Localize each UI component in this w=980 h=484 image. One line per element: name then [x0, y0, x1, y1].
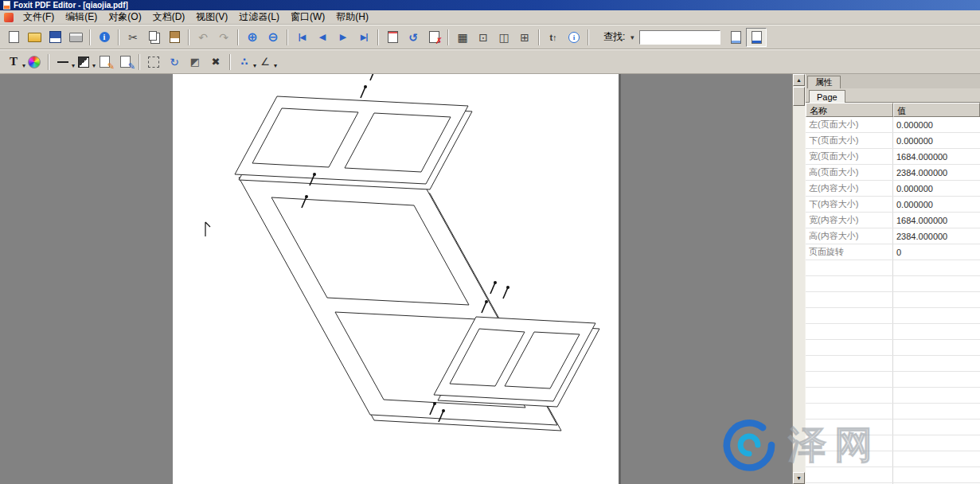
empty-row	[806, 388, 980, 404]
menu-item-file[interactable]: 文件(F)	[18, 10, 60, 25]
search-doc-icon	[728, 29, 744, 45]
next-page-button[interactable]	[333, 28, 353, 47]
tab-page[interactable]: Page	[809, 90, 845, 103]
first-page-button[interactable]	[291, 28, 312, 47]
property-row-0[interactable]: 左(页面大小)0.000000	[806, 117, 980, 133]
open-button[interactable]	[24, 28, 45, 47]
find-dropdown-button[interactable]	[627, 28, 638, 47]
property-row-3[interactable]: 高(页面大小)2384.000000	[806, 165, 980, 181]
fit-two-page-button[interactable]	[494, 28, 514, 47]
app-icon	[4, 13, 14, 22]
rotate-page-button[interactable]	[403, 28, 424, 47]
find-input[interactable]	[639, 30, 720, 45]
copy-button[interactable]	[143, 28, 164, 47]
tools-button[interactable]	[205, 53, 226, 72]
menu-item-edit[interactable]: 编辑(E)	[60, 10, 103, 25]
property-value[interactable]: 1684.000000	[893, 213, 980, 228]
prev-page-button[interactable]	[312, 28, 333, 47]
node-edit-button[interactable]	[234, 53, 255, 72]
panel-title-row: 属性	[806, 74, 980, 88]
property-value[interactable]: 0.000000	[893, 117, 980, 132]
menu-item-document[interactable]: 文档(D)	[147, 10, 191, 25]
fit-page-button[interactable]	[473, 28, 494, 47]
print-button[interactable]	[65, 28, 86, 47]
property-row-8[interactable]: 页面旋转0	[806, 244, 980, 260]
last-page-button[interactable]	[353, 28, 374, 47]
toolbar-separator	[538, 29, 540, 45]
hatch-icon	[455, 29, 470, 45]
edit-toolbar	[0, 49, 980, 74]
zoom-in-button[interactable]	[242, 28, 263, 47]
redo-icon	[216, 29, 232, 45]
property-row-4[interactable]: 左(内容大小)0.000000	[806, 181, 980, 197]
info-circle-icon	[566, 29, 582, 45]
search-doc-button[interactable]	[725, 28, 746, 47]
property-value[interactable]: 1684.000000	[893, 149, 980, 164]
edit-object-button[interactable]	[94, 53, 115, 72]
empty-value-cell	[893, 324, 980, 339]
property-value[interactable]: 0	[893, 244, 980, 260]
empty-value-cell	[893, 435, 980, 451]
color-wheel-button[interactable]	[24, 53, 45, 72]
search-doc-active-button[interactable]	[746, 28, 767, 47]
menu-item-view[interactable]: 视图(V)	[190, 10, 233, 25]
info-circle-button[interactable]	[564, 28, 584, 47]
path-edit-button[interactable]	[255, 53, 275, 72]
text-tool-icon	[6, 54, 21, 70]
property-value[interactable]: 2384.000000	[893, 165, 980, 180]
edit-page-button[interactable]	[115, 53, 135, 72]
menu-item-window[interactable]: 窗口(W)	[285, 10, 330, 25]
property-value[interactable]: 0.000000	[893, 197, 980, 212]
cut-button[interactable]	[123, 28, 143, 47]
paste-button[interactable]	[164, 28, 185, 47]
text-tool-button[interactable]	[3, 53, 24, 72]
menu-item-object[interactable]: 对象(O)	[103, 10, 146, 25]
column-header-value[interactable]: 值	[893, 103, 980, 117]
save-button[interactable]	[45, 28, 65, 47]
undo-button[interactable]	[193, 28, 213, 47]
property-row-5[interactable]: 下(内容大小)0.000000	[806, 197, 980, 213]
transform-rotate-button[interactable]	[164, 53, 185, 72]
hatch-button[interactable]	[452, 28, 473, 47]
panel-tabs-row: Page	[806, 88, 980, 103]
scrollbar-thumb[interactable]	[793, 87, 805, 106]
last-page-icon	[356, 29, 372, 45]
empty-row	[806, 276, 980, 292]
document-canvas[interactable]	[0, 74, 792, 484]
zoom-out-button[interactable]	[263, 28, 283, 47]
vertical-scrollbar[interactable]	[792, 74, 805, 484]
properties-title-tab[interactable]: 属性	[807, 76, 841, 88]
property-row-7[interactable]: 高(内容大小)2384.000000	[806, 228, 980, 244]
menu-item-help[interactable]: 帮助(H)	[330, 10, 374, 25]
empty-name-cell	[806, 324, 893, 339]
page-layout-button[interactable]	[382, 28, 403, 47]
column-header-name[interactable]: 名称	[806, 103, 893, 117]
property-name: 下(页面大小)	[806, 133, 893, 148]
redo-button[interactable]	[213, 28, 234, 47]
line-style-button[interactable]	[53, 53, 73, 72]
scroll-down-button[interactable]	[793, 472, 805, 484]
property-row-6[interactable]: 宽(内容大小)1684.000000	[806, 213, 980, 228]
text-up-button[interactable]	[543, 28, 564, 47]
fit-grid-button[interactable]	[514, 28, 535, 47]
empty-row	[806, 372, 980, 388]
property-row-1[interactable]: 下(页面大小)0.000000	[806, 133, 980, 149]
empty-row	[806, 340, 980, 356]
find-buttons	[725, 28, 767, 47]
zoom-in-icon	[244, 29, 260, 45]
empty-value-cell	[893, 451, 980, 466]
property-value[interactable]: 2384.000000	[893, 228, 980, 244]
property-row-2[interactable]: 宽(页面大小)1684.000000	[806, 149, 980, 165]
new-button[interactable]	[3, 28, 24, 47]
property-value[interactable]: 0.000000	[893, 181, 980, 196]
delete-page-button[interactable]	[424, 28, 444, 47]
fill-style-button[interactable]	[73, 53, 94, 72]
transform-scale-button[interactable]	[185, 53, 205, 72]
menu-item-filter[interactable]: 过滤器(L)	[233, 10, 285, 25]
properties-table: 名称 值 左(页面大小)0.000000下(页面大小)0.000000宽(页面大…	[806, 103, 980, 484]
select-object-button[interactable]	[143, 53, 164, 72]
pdf-page[interactable]	[173, 74, 619, 484]
scroll-up-button[interactable]	[793, 74, 805, 86]
about-button[interactable]	[94, 28, 115, 47]
property-value[interactable]: 0.000000	[893, 133, 980, 148]
